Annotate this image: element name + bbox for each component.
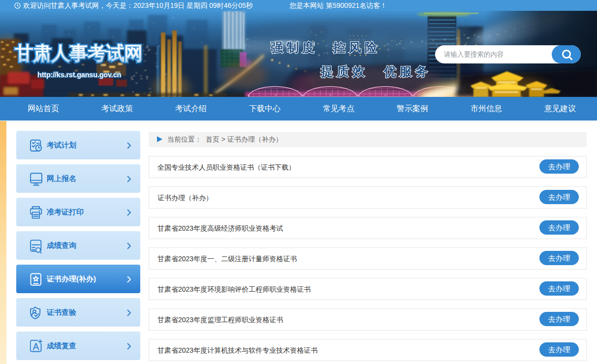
- svg-text:控风险: 控风险: [333, 41, 380, 54]
- svg-text:优服务: 优服务: [383, 65, 431, 78]
- svg-text:http://ks.rst.gansu.gov.cn: http://ks.rst.gansu.gov.cn: [37, 71, 121, 79]
- svg-text:强制度: 强制度: [271, 41, 318, 54]
- svg-text:甘肃人事考试网: 甘肃人事考试网: [15, 43, 142, 63]
- svg-text:提质效: 提质效: [320, 65, 368, 78]
